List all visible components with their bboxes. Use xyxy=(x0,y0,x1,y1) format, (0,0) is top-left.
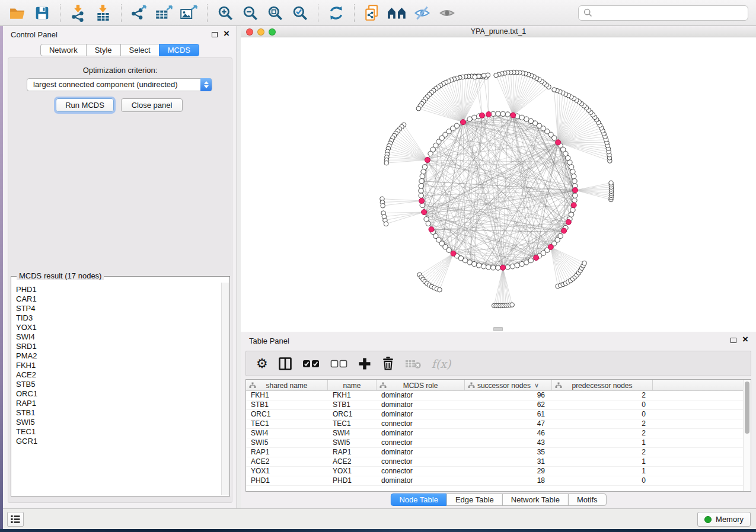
tab-edge-table[interactable]: Edge Table xyxy=(446,493,503,506)
unchecked-boxes-icon xyxy=(330,359,348,368)
import-table-button[interactable] xyxy=(92,2,114,24)
mcds-result-item[interactable]: ORC1 xyxy=(16,389,221,399)
table-scrollbar[interactable] xyxy=(743,380,751,491)
column-header-mcds-role[interactable]: MCDS role xyxy=(377,380,465,391)
column-header-successor-nodes[interactable]: successor nodes∨ xyxy=(465,380,552,391)
delete-table-button[interactable] xyxy=(405,358,422,369)
mcds-list-scrollbar[interactable] xyxy=(221,283,229,495)
mcds-result-item[interactable]: FKH1 xyxy=(16,361,221,370)
table-row[interactable]: ORC1ORC1dominator610 xyxy=(246,410,743,419)
table-scrollbar-thumb[interactable] xyxy=(745,382,749,434)
network-graph[interactable] xyxy=(241,37,756,332)
hide-selected-button[interactable] xyxy=(412,2,433,24)
mcds-result-item[interactable]: PHD1 xyxy=(16,285,221,294)
zoom-fit-button[interactable] xyxy=(264,2,286,24)
search-box[interactable] xyxy=(578,5,748,21)
cell-shared-name: SWI5 xyxy=(246,438,328,447)
cell-successor-nodes: 61 xyxy=(465,410,552,419)
mcds-result-item[interactable]: STP4 xyxy=(16,304,221,313)
save-session-button[interactable] xyxy=(31,2,53,24)
close-panel-icon[interactable]: × xyxy=(742,334,748,345)
open-session-button[interactable] xyxy=(7,2,28,24)
select-all-rows-button[interactable] xyxy=(302,359,320,368)
column-header-name[interactable]: name xyxy=(328,380,377,391)
mcds-result-item[interactable]: YOX1 xyxy=(16,323,221,332)
cell-shared-name: STB1 xyxy=(246,400,328,409)
control-panel: Control Panel × NetworkStyleSelectMCDS O… xyxy=(3,26,237,508)
export-table-button[interactable] xyxy=(154,2,175,24)
table-row[interactable]: RAP1RAP1dominator352 xyxy=(246,448,743,457)
mcds-result-item[interactable]: TEC1 xyxy=(16,427,221,437)
close-panel-icon[interactable]: × xyxy=(224,28,229,40)
zoom-in-button[interactable] xyxy=(215,2,236,24)
table-row[interactable]: TEC1TEC1connector472 xyxy=(246,419,743,429)
cell-successor-nodes: 47 xyxy=(465,419,552,428)
create-column-button[interactable] xyxy=(358,357,371,370)
mcds-result-item[interactable]: RAP1 xyxy=(16,399,221,408)
mcds-result-item[interactable]: STB1 xyxy=(16,408,221,418)
column-header-filler xyxy=(653,380,743,391)
tab-style[interactable]: Style xyxy=(86,44,121,56)
network-canvas[interactable] xyxy=(241,37,756,332)
search-input[interactable] xyxy=(596,7,748,19)
show-columns-button[interactable] xyxy=(278,357,292,371)
run-mcds-button[interactable]: Run MCDS xyxy=(56,98,114,112)
column-type-icon xyxy=(555,382,562,390)
table-row[interactable]: ACE2ACE2connector311 xyxy=(246,457,743,467)
show-all-button[interactable] xyxy=(436,2,458,24)
mcds-result-item[interactable]: SWI4 xyxy=(16,332,221,342)
float-panel-icon[interactable] xyxy=(731,338,736,343)
mcds-result-item[interactable]: CAR1 xyxy=(16,294,221,304)
function-builder-button[interactable]: f(x) xyxy=(432,357,451,370)
task-history-button[interactable] xyxy=(7,512,24,527)
mcds-result-item[interactable]: ACE2 xyxy=(16,370,221,380)
cell-shared-name: TEC1 xyxy=(246,419,328,428)
mcds-result-item[interactable]: TID3 xyxy=(16,313,221,323)
fx-icon: f(x) xyxy=(432,357,451,370)
cell-successor-nodes: 96 xyxy=(465,391,552,400)
mcds-result-item[interactable]: SRD1 xyxy=(16,342,221,351)
cell-successor-nodes: 18 xyxy=(465,476,552,485)
table-row[interactable]: SWI4SWI4dominator462 xyxy=(246,429,743,438)
memory-button[interactable]: Memory xyxy=(697,512,751,527)
float-panel-icon[interactable] xyxy=(212,32,218,37)
tab-select[interactable]: Select xyxy=(120,44,160,56)
mcds-result-item[interactable]: SWI5 xyxy=(16,418,221,427)
cell-predecessor-nodes: 0 xyxy=(552,410,653,419)
mcds-result-item[interactable]: STB5 xyxy=(16,380,221,389)
zoom-selected-button[interactable] xyxy=(289,2,311,24)
zoom-out-button[interactable] xyxy=(240,2,261,24)
cell-mcds-role: connector xyxy=(377,457,465,466)
sort-descending-icon: ∨ xyxy=(534,382,539,389)
mcds-result-item[interactable]: GCR1 xyxy=(16,437,221,446)
cell-predecessor-nodes: 1 xyxy=(552,438,653,447)
export-network-button[interactable] xyxy=(129,2,150,24)
tab-motifs[interactable]: Motifs xyxy=(568,493,607,506)
export-image-button[interactable] xyxy=(178,2,200,24)
zoom-selected-icon xyxy=(292,5,308,21)
mcds-result-item[interactable]: PMA2 xyxy=(16,351,221,361)
delete-column-button[interactable] xyxy=(381,356,395,371)
cell-mcds-role: connector xyxy=(377,419,465,428)
apply-layout-button[interactable] xyxy=(326,2,347,24)
table-options-button[interactable]: ⚙ xyxy=(256,357,268,370)
table-row[interactable]: STB1STB1dominator620 xyxy=(246,400,743,410)
close-panel-button[interactable]: Close panel xyxy=(121,98,183,112)
tab-network[interactable]: Network xyxy=(40,44,87,56)
tab-node-table[interactable]: Node Table xyxy=(390,493,447,506)
first-neighbors-button[interactable] xyxy=(387,2,408,24)
table-row[interactable]: FKH1FKH1dominator962 xyxy=(246,391,743,400)
tab-network-table[interactable]: Network Table xyxy=(502,493,569,506)
table-row[interactable]: PHD1PHD1dominator180 xyxy=(246,476,743,486)
column-header-predecessor-nodes[interactable]: predecessor nodes xyxy=(552,380,653,391)
deselect-all-rows-button[interactable] xyxy=(330,359,348,368)
mcds-result-list[interactable]: PHD1CAR1STP4TID3YOX1SWI4SRD1PMA2FKH1ACE2… xyxy=(12,283,221,495)
table-row[interactable]: YOX1YOX1connector291 xyxy=(246,467,743,476)
table-row[interactable]: SWI5SWI5connector431 xyxy=(246,438,743,448)
panel-splitter-handle[interactable] xyxy=(493,327,503,331)
optimization-criterion-select[interactable]: largest connected component (undirected) xyxy=(27,78,212,91)
clone-network-button[interactable] xyxy=(362,2,383,24)
tab-mcds[interactable]: MCDS xyxy=(159,44,199,56)
import-network-button[interactable] xyxy=(68,2,89,24)
column-header-shared-name[interactable]: shared name xyxy=(246,380,328,391)
